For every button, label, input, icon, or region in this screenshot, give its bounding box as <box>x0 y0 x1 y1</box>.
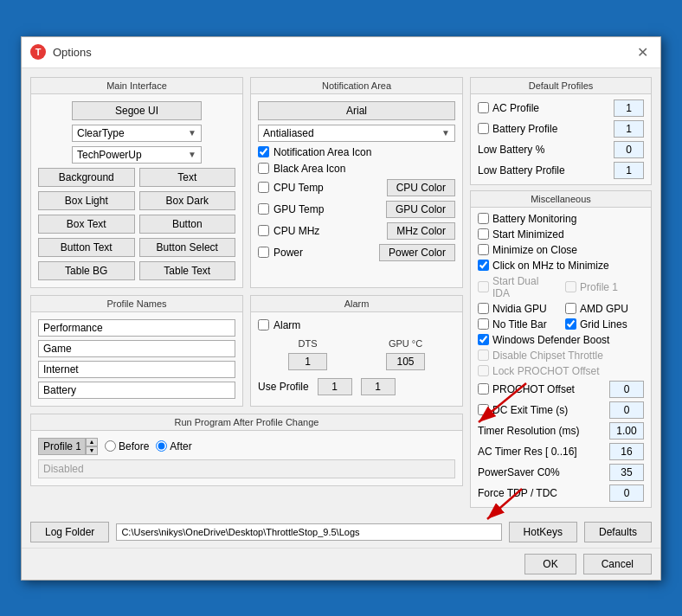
gpu-color-button[interactable]: GPU Color <box>386 201 455 218</box>
defaults-button[interactable]: Defaults <box>584 522 652 542</box>
antialiased-dropdown[interactable]: Antialiased ▼ <box>258 125 455 142</box>
notif-area-icon-checkbox[interactable] <box>258 146 269 157</box>
notif-area-icon-row: Notification Area Icon <box>258 146 455 158</box>
run-program-panel: Run Program After Profile Change ▲ ▼ <box>30 414 463 486</box>
close-button[interactable]: ✕ <box>634 44 652 61</box>
dialog-title: Options <box>53 46 92 59</box>
battery-monitoring-row: Battery Monitoring <box>478 213 644 225</box>
profile-names-panel: Profile Names <box>30 295 243 407</box>
disable-chipset-throttle-checkbox[interactable] <box>478 350 489 361</box>
profile-input-3[interactable] <box>38 382 235 399</box>
text-button[interactable]: Text <box>139 168 236 187</box>
box-text-button[interactable]: Box Text <box>38 215 135 234</box>
start-dual-ida-checkbox[interactable] <box>478 281 489 292</box>
before-radio[interactable] <box>105 440 116 452</box>
powersaver-input[interactable] <box>609 464 644 481</box>
miscellaneous-section: Miscellaneous Battery Monitoring Start M… <box>470 190 652 508</box>
cpu-temp-checkbox[interactable] <box>258 182 269 193</box>
timer-resolution-row: Timer Resolution (ms) <box>478 422 644 440</box>
button-button[interactable]: Button <box>139 215 236 234</box>
techpowerup-dropdown[interactable]: TechPowerUp ▼ <box>72 146 202 164</box>
low-battery-profile-input[interactable] <box>614 162 644 179</box>
force-tdp-row: Force TDP / TDC <box>478 484 644 502</box>
battery-profile-checkbox[interactable] <box>478 123 489 134</box>
grid-lines-row: Grid Lines <box>565 318 644 330</box>
title-bar-left: T Options <box>30 44 92 60</box>
after-radio[interactable] <box>156 440 167 452</box>
alarm-inner: Alarm DTS GPU °C <box>258 319 455 395</box>
battery-monitoring-checkbox[interactable] <box>478 213 489 224</box>
ac-profile-input[interactable] <box>614 99 644 117</box>
button-select-button[interactable]: Button Select <box>139 238 236 257</box>
ok-button[interactable]: OK <box>524 554 576 574</box>
nvidia-gpu-checkbox[interactable] <box>478 303 489 314</box>
minimize-on-close-checkbox[interactable] <box>478 244 489 255</box>
box-dark-button[interactable]: Box Dark <box>139 191 236 210</box>
after-radio-row: After <box>156 440 191 452</box>
lock-prochot-checkbox[interactable] <box>478 365 489 376</box>
button-text-button[interactable]: Button Text <box>38 238 135 257</box>
prochot-offset-input[interactable] <box>609 381 644 398</box>
low-battery-pct-input[interactable] <box>614 141 644 158</box>
alarm-gpu-input[interactable] <box>386 353 425 370</box>
spinner-down-button[interactable]: ▼ <box>86 446 98 455</box>
gpu-temp-checkbox[interactable] <box>258 203 269 215</box>
prochot-offset-checkbox[interactable] <box>478 383 489 395</box>
log-folder-button[interactable]: Log Folder <box>30 522 109 542</box>
low-battery-profile-row: Low Battery Profile <box>478 162 644 179</box>
cancel-button[interactable]: Cancel <box>583 554 652 574</box>
use-profile-input2[interactable] <box>361 378 396 395</box>
ac-timer-res-input[interactable] <box>609 443 644 460</box>
box-light-button[interactable]: Box Light <box>38 191 135 210</box>
dc-exit-checkbox[interactable] <box>478 404 489 415</box>
spinner-up-button[interactable]: ▲ <box>86 438 98 446</box>
disabled-program-input[interactable] <box>38 459 455 478</box>
timer-resolution-input[interactable] <box>609 422 644 440</box>
cleartype-dropdown[interactable]: ClearType ▼ <box>72 125 202 142</box>
start-minimized-checkbox[interactable] <box>478 228 489 240</box>
no-title-bar-label: No Title Bar <box>492 318 547 330</box>
battery-profile-row: Battery Profile <box>478 120 644 138</box>
use-profile-label: Use Profile <box>258 381 309 393</box>
notif-font-button[interactable]: Arial <box>258 101 455 120</box>
power-checkbox[interactable] <box>258 247 269 258</box>
no-title-bar-checkbox[interactable] <box>478 318 489 330</box>
power-row: Power Power Color <box>258 244 455 261</box>
amd-gpu-row: AMD GPU <box>565 303 644 315</box>
profile-input-2[interactable] <box>38 361 235 378</box>
cpu-mhz-checkbox[interactable] <box>258 225 269 236</box>
start-dual-ida-row: Start Dual IDA <box>478 275 557 299</box>
table-bg-button[interactable]: Table BG <box>38 261 135 280</box>
windows-defender-boost-label: Windows Defender Boost <box>492 334 609 346</box>
minimize-on-close-label: Minimize on Close <box>492 244 577 256</box>
power-color-button[interactable]: Power Color <box>379 244 455 261</box>
amd-gpu-checkbox[interactable] <box>565 303 576 314</box>
use-profile-input1[interactable] <box>318 378 352 395</box>
alarm-title: Alarm <box>251 296 462 312</box>
alarm-checkbox[interactable] <box>258 319 269 330</box>
font-button[interactable]: Segoe UI <box>72 101 202 120</box>
cpu-color-button[interactable]: CPU Color <box>387 179 455 196</box>
path-input[interactable] <box>116 523 501 541</box>
grid-lines-checkbox[interactable] <box>565 318 576 330</box>
black-area-icon-checkbox[interactable] <box>258 163 269 174</box>
profile1-checkbox[interactable] <box>565 281 576 292</box>
dc-exit-input[interactable] <box>609 401 644 419</box>
background-button[interactable]: Background <box>38 168 135 187</box>
timer-resolution-label: Timer Resolution (ms) <box>478 425 609 437</box>
table-text-button[interactable]: Table Text <box>139 261 236 280</box>
click-mhz-checkbox[interactable] <box>478 260 489 271</box>
profile-spinner-input[interactable] <box>38 438 86 455</box>
alarm-content: Alarm DTS GPU °C <box>251 312 462 402</box>
battery-monitoring-label: Battery Monitoring <box>492 213 576 225</box>
mhz-color-button[interactable]: MHz Color <box>387 222 455 240</box>
profile-input-1[interactable] <box>38 340 235 357</box>
ac-profile-checkbox[interactable] <box>478 102 489 113</box>
force-tdp-input[interactable] <box>609 484 644 502</box>
bottom-panels: Profile Names Alarm <box>30 295 463 407</box>
battery-profile-input[interactable] <box>614 120 644 138</box>
windows-defender-boost-checkbox[interactable] <box>478 334 489 345</box>
hotkeys-button[interactable]: HotKeys <box>509 522 577 542</box>
alarm-dts-input[interactable] <box>288 353 327 370</box>
profile-input-0[interactable] <box>38 319 235 337</box>
